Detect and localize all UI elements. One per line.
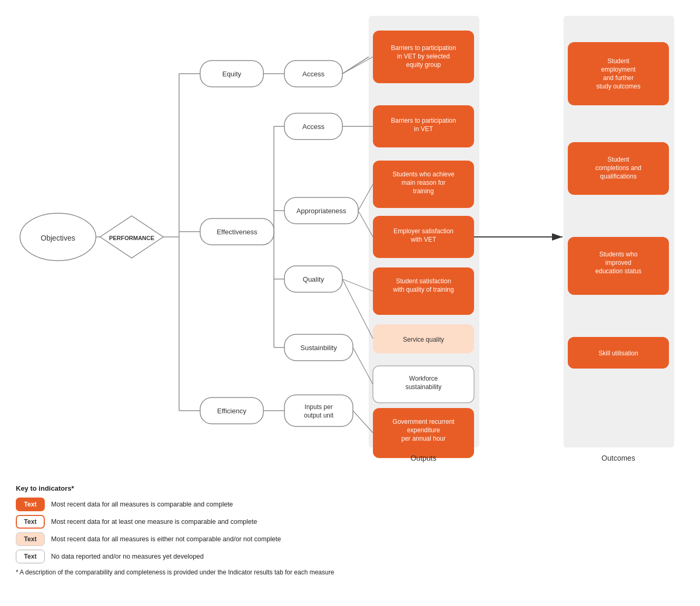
conn-access-eq-barriers [342,57,373,74]
access-equity-label: Access [302,70,324,78]
performance-label: PERFORMANCE [109,235,154,241]
output-workforce-text2: sustainability [406,383,442,391]
inputs-label-1: Inputs per [304,403,332,411]
legend-box-label-3: Text [24,535,37,543]
outcomes-col-label: Outcomes [602,454,635,462]
quality-label: Quality [303,275,324,283]
outcome-skill-text: Skill utilisation [598,350,638,357]
legend-box-white: Text [16,550,45,563]
equity-label: Equity [222,70,242,78]
output-govt-text1: Government recurrent [392,418,455,425]
footnote: * A description of the comparability and… [16,569,684,576]
legend-item-1: Text Most recent data for all measures i… [16,498,684,511]
access-eff-label: Access [302,123,324,131]
conn-quality-studsat [342,279,373,291]
outcome-completions-text1: Student [607,156,629,163]
output-service-text: Service quality [403,336,444,343]
output-achieve-text2: main reason for [401,179,445,186]
conn-quality-service [342,279,373,339]
legend-desc-4: No data reported and/or no measures yet … [51,553,204,560]
output-achieve-text3: training [413,187,433,195]
outcome-edu-text1: Students who [599,251,638,258]
output-barriers-equity-text3: equity group [406,61,441,68]
legend-item-2: Text Most recent data for at least one m… [16,515,684,529]
legend-box-label-2: Text [24,518,37,525]
outcome-employment [568,42,669,105]
appropriateness-label: Appropriateness [297,207,347,215]
legend-box-orange-outline: Text [16,515,45,529]
legend-title: Key to indicators* [16,484,684,492]
legend-box-label-1: Text [24,501,37,508]
effectiveness-label: Effectiveness [216,228,258,236]
outcome-completions-text3: qualifications [600,173,636,180]
outcome-employment-text3: and further [603,74,634,82]
output-barriers-equity-text2: in VET by selected [397,53,450,60]
legend-item-3: Text Most recent data for all measures i… [16,532,684,546]
output-barriers-vet-text2: in VET [414,125,433,133]
legend-desc-2: Most recent data for at least one measur… [51,518,257,525]
legend-desc-1: Most recent data for all measures is com… [51,501,233,508]
objectives-label: Objectives [41,234,75,242]
performance-diagram: Objectives PERFORMANCE Equity Effectiven… [11,11,685,469]
legend-box-label-4: Text [24,553,37,560]
output-govt-text3: per annual hour [401,435,446,442]
legend-section: Key to indicators* Text Most recent data… [11,484,689,576]
outcome-employment-text1: Student [607,57,629,65]
outcome-edu-text2: improved [605,259,631,266]
efficiency-label: Efficiency [217,407,247,415]
outcome-employment-text2: employment [601,66,636,73]
legend-item-4: Text No data reported and/or no measures… [16,550,684,563]
output-student-text2: with quality of training [392,286,453,293]
legend-box-orange-full: Text [16,498,45,511]
diagram-svg: Objectives PERFORMANCE Equity Effectiven… [11,11,685,469]
output-achieve-text1: Students who achieve [392,171,455,178]
inputs-label-2: output unit [304,412,334,419]
output-workforce-text1: Workforce [409,375,438,382]
output-employer-text2: with VET [410,236,437,243]
output-student-text1: Student satisfaction [396,277,451,285]
output-barriers-vet-text1: Barriers to participation [391,117,456,124]
outcome-employment-text4: study outcomes [596,83,640,90]
outcome-edu-text3: education status [595,267,641,275]
outcome-completions-text2: completions and [595,164,641,172]
output-govt-text2: expenditure [407,426,440,434]
output-barriers-equity-text1: Barriers to participation [391,44,456,52]
legend-box-light-orange: Text [16,532,45,546]
legend-desc-3: Most recent data for all measures is eit… [51,535,281,543]
sustainability-label: Sustainbility [300,344,337,352]
output-employer-text1: Employer satisfaction [393,227,453,235]
outputs-col-label: Outputs [410,454,436,462]
